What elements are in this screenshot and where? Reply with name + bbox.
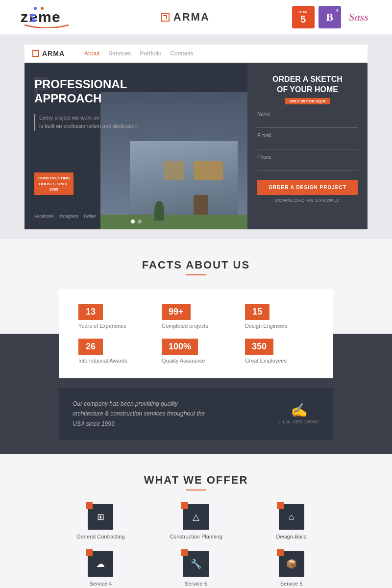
fact-label-5: Quality Assurance: [162, 358, 205, 364]
sass-badge: Sass: [345, 11, 372, 24]
hero-dot-1[interactable]: [131, 220, 135, 223]
fact-item-2: 99+ Completed projects: [162, 304, 230, 329]
offer-icon-box-5: 🔧: [183, 551, 209, 577]
social-facebook[interactable]: Facebook: [34, 214, 54, 219]
service4-icon: ☁: [96, 559, 105, 569]
preview-nav: ARMA About Services Portfolio Contacts: [24, 45, 368, 63]
facts-underline: [186, 274, 206, 275]
quote-signature: ✍ J. Lee, CEO "ARMA": [278, 404, 319, 424]
form-name-field: Name: [257, 111, 358, 128]
nav-link-about[interactable]: About: [84, 50, 99, 57]
form-phone-label: Phone: [257, 154, 358, 160]
offer-label-3: Design-Build: [276, 534, 306, 539]
hero-subtitle: Every project we work on is built on pro…: [34, 114, 139, 131]
nav-link-contacts[interactable]: Contacts: [170, 50, 193, 57]
fact-num-2: 99+: [162, 304, 191, 320]
offer-label-4: Service 4: [89, 581, 112, 587]
offer-item-4: ☁ Service 4: [59, 551, 143, 587]
tech-badges: HTML 5 B 4 Sass: [292, 6, 372, 28]
signature-name: J. Lee, CEO "ARMA": [278, 419, 319, 424]
form-title: ORDER A SKETCH OF YOUR HOME: [272, 74, 343, 95]
offer-title: WHAT WE OFFER: [24, 474, 368, 487]
form-phone-input[interactable]: [257, 162, 358, 171]
offer-label-6: Service 6: [280, 581, 303, 587]
offer-label-5: Service 5: [185, 581, 207, 587]
svg-text:m: m: [38, 9, 51, 25]
html5-badge: HTML 5: [292, 6, 315, 28]
construction-planning-icon: △: [193, 512, 199, 522]
quote-section: Our company has been providing quality a…: [0, 378, 392, 454]
offer-item-1: ⊞ General Contracting: [59, 504, 143, 539]
offer-label-2: Construction Planning: [170, 534, 222, 539]
offer-item-5: 🔧 Service 5: [154, 551, 238, 587]
svg-text:z: z: [29, 9, 36, 25]
fact-item-4: 26 International Awards: [78, 339, 147, 364]
hero-dots[interactable]: [131, 220, 142, 223]
hero-social[interactable]: Facebook Instagram Twitter: [34, 214, 96, 219]
top-bar: z e m e z ARMA HTML 5 B: [0, 0, 392, 35]
fact-num-6: 350: [245, 339, 273, 355]
offer-item-3: ⌂ Design-Build: [249, 504, 333, 539]
fact-num-1: 13: [78, 304, 103, 320]
facts-title: FACTS ABOUT US: [24, 259, 368, 271]
form-phone-field: Phone: [257, 154, 358, 171]
fact-item-1: 13 Years of Experience: [78, 304, 147, 329]
facts-header: FACTS ABOUT US: [24, 259, 368, 275]
facts-grid: 13 Years of Experience 99+ Completed pro…: [78, 304, 314, 364]
fact-label-2: Completed projects: [162, 323, 208, 329]
svg-text:e: e: [52, 9, 60, 25]
social-instagram[interactable]: Instagram: [59, 214, 78, 219]
offer-section: WHAT WE OFFER ⊞ General Contracting △ Co…: [0, 454, 392, 588]
offer-item-6: 📦 Service 6: [249, 551, 333, 587]
offer-icon-box-4: ☁: [88, 551, 113, 577]
facts-card: 13 Years of Experience 99+ Completed pro…: [59, 289, 333, 378]
fact-label-6: Great Employees: [245, 358, 287, 364]
nav-link-portfolio[interactable]: Portfolio: [140, 50, 161, 57]
arma-brand-text: ARMA: [173, 11, 210, 24]
offer-header: WHAT WE OFFER: [24, 474, 368, 490]
social-twitter[interactable]: Twitter: [83, 214, 97, 219]
fact-num-3: 15: [245, 304, 270, 320]
fact-label-4: International Awards: [78, 358, 127, 364]
design-build-icon: ⌂: [289, 512, 294, 522]
nav-logo-text: ARMA: [42, 49, 65, 57]
form-email-field: E-mail: [257, 133, 358, 149]
offer-icon-box-1: ⊞: [88, 504, 113, 530]
nav-links[interactable]: About Services Portfolio Contacts: [84, 50, 194, 57]
service5-icon: 🔧: [191, 559, 201, 569]
hero-dot-2[interactable]: [138, 220, 142, 223]
offer-icon-box-2: △: [183, 504, 209, 530]
arma-brand: ARMA: [161, 11, 210, 24]
fact-num-5: 100%: [162, 339, 198, 355]
offer-icon-box-6: 📦: [279, 551, 304, 577]
nav-logo: ARMA: [32, 49, 65, 57]
order-button[interactable]: ORDER A DESIGN PROJECT: [257, 180, 358, 195]
form-email-input[interactable]: [257, 140, 358, 149]
hero-title: PROFESSIONAL APPROACH: [34, 77, 139, 106]
signature-script: ✍: [278, 404, 319, 417]
offer-icon-box-3: ⌂: [279, 504, 304, 530]
preview-card: ARMA About Services Portfolio Contacts: [24, 45, 368, 229]
order-form-panel: ORDER A SKETCH OF YOUR HOME ONLY $5 FOR …: [247, 63, 368, 229]
offer-underline: [186, 490, 206, 490]
arma-logo-icon: [161, 13, 170, 22]
svg-point-6: [41, 7, 44, 10]
facts-section: FACTS ABOUT US 13 Years of Experience 99…: [0, 239, 392, 378]
nav-link-services[interactable]: Services: [108, 50, 131, 57]
form-price-badge: ONLY $5 FOR SQ.M: [285, 98, 329, 104]
offer-grid: ⊞ General Contracting △ Construction Pla…: [59, 504, 333, 587]
fact-label-1: Years of Experience: [78, 323, 126, 329]
general-contracting-icon: ⊞: [97, 512, 104, 522]
fact-label-3: Design Engineers: [245, 323, 288, 329]
quote-box: Our company has been providing quality a…: [59, 388, 333, 440]
fact-item-6: 350 Great Employees: [245, 339, 314, 364]
offer-item-2: △ Construction Planning: [154, 504, 238, 539]
service6-icon: 📦: [286, 559, 297, 569]
form-name-label: Name: [257, 111, 358, 117]
form-name-input[interactable]: [257, 119, 358, 128]
download-link[interactable]: DOWNLOAD AN EXAMPLE: [275, 198, 340, 203]
zemes-logo: z e m e z: [20, 6, 78, 28]
fact-item-5: 100% Quality Assurance: [162, 339, 230, 364]
form-email-label: E-mail: [257, 133, 358, 138]
fact-item-3: 15 Design Engineers: [245, 304, 314, 329]
